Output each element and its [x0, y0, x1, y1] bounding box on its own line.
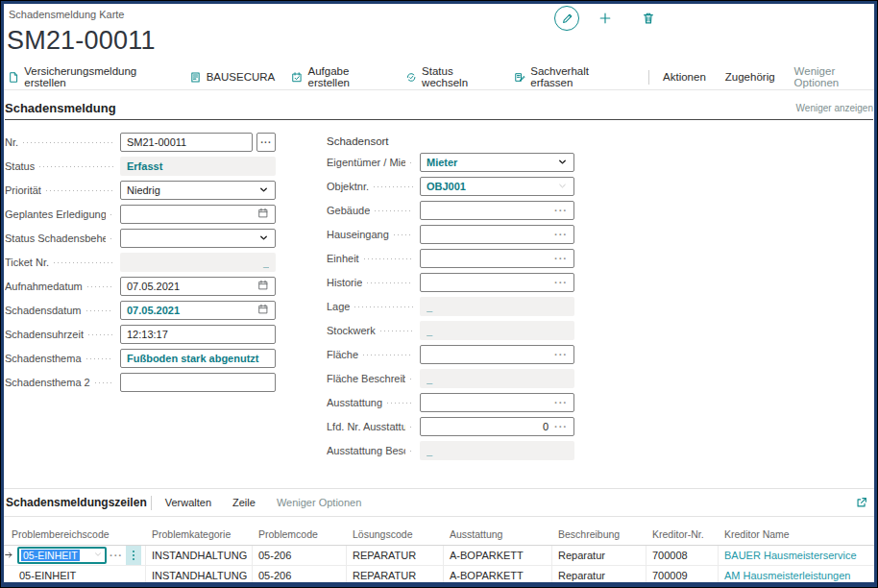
ellipsis-icon[interactable]: ··· — [554, 279, 568, 286]
table-body: 05-EINHEIT···INSTANDHALTUNG05-206REPARAT… — [0, 546, 878, 586]
dotted-leader — [364, 258, 413, 259]
edit-button[interactable] — [554, 6, 579, 31]
textbox-schadensthema[interactable]: Fußboden stark abgenutzt — [120, 349, 276, 368]
field-label: Schadensdatum — [5, 305, 82, 316]
action-sachverhalt-erfassen[interactable]: Sachverhalt erfassen — [514, 65, 628, 88]
tab-verwalten[interactable]: Verwalten — [165, 497, 211, 508]
kreditor-name-link[interactable]: BAUER Hausmeisterservice — [724, 550, 857, 561]
select-eigentümer-mieter[interactable]: Mieter — [420, 153, 574, 172]
readonly-ticket-nr: _ — [120, 253, 276, 272]
readonly-status: Erfasst — [120, 157, 276, 176]
ellipsis-icon[interactable]: ··· — [554, 399, 568, 406]
lines-title[interactable]: Schadensmeldungszeilen — [6, 496, 147, 509]
column-header-beschreibung[interactable]: Beschreibung — [552, 528, 646, 545]
action-bausecura[interactable]: BAUSECURA — [189, 71, 276, 84]
menu-aktionen[interactable]: Aktionen — [663, 71, 706, 83]
table-row[interactable]: 05-EINHEITINSTANDHALTUNG05-206REPARATURA… — [0, 566, 878, 586]
dotted-leader — [110, 238, 113, 239]
selected-row-arrow-icon — [4, 550, 14, 562]
plus-icon — [598, 12, 612, 25]
textbox-schadensthema-2[interactable] — [120, 373, 276, 392]
field-row-lage: Lage_ — [327, 297, 574, 316]
textbox-nr[interactable]: SM21-00011 — [120, 133, 253, 152]
popout-icon-button[interactable] — [855, 496, 868, 509]
lookup-gebäude[interactable]: ··· — [420, 201, 574, 220]
field-label: Eigentümer / Mieter — [327, 157, 405, 168]
cell: 05-206 — [253, 566, 347, 585]
assist-edit-button[interactable]: ··· — [256, 133, 276, 152]
select-status-schadensbehebung[interactable] — [120, 229, 276, 248]
field-label: Stockwerk — [327, 325, 376, 336]
tab-zeile[interactable]: Zeile — [232, 497, 256, 508]
dotted-leader — [54, 262, 113, 263]
lookup-ausstattung[interactable]: ··· — [420, 393, 574, 412]
trash-icon — [642, 12, 655, 25]
dotted-leader — [88, 334, 113, 335]
breadcrumb[interactable]: Schadensmeldung Karte — [9, 9, 124, 20]
cell-combobox[interactable]: 05-EINHEIT — [17, 547, 107, 564]
lookup-historie[interactable]: ··· — [420, 273, 574, 292]
ellipsis-icon[interactable]: ··· — [554, 255, 568, 262]
cell[interactable]: BAUER Hausmeisterservice — [719, 546, 878, 565]
ellipsis-icon[interactable]: ··· — [554, 351, 568, 358]
cell-problembereichscode[interactable]: 05-EINHEIT — [0, 566, 146, 585]
dotted-leader — [375, 210, 413, 211]
action-bar: Versicherungsmeldung erstellenBAUSECURAA… — [0, 64, 878, 90]
table-row[interactable]: 05-EINHEIT···INSTANDHALTUNG05-206REPARAT… — [0, 546, 878, 566]
field-row-hauseingang: Hauseingang··· — [327, 225, 574, 244]
cell: Reparatur — [552, 566, 646, 585]
chevron-down-icon — [557, 181, 568, 191]
calendar-icon — [257, 280, 269, 291]
column-header-problembereichscode[interactable]: Problembereichscode — [0, 528, 146, 545]
toolbar-less-options[interactable]: Weniger Optionen — [794, 65, 878, 88]
action-status-wechseln[interactable]: Status wechseln — [405, 65, 498, 88]
lines-less-options[interactable]: Weniger Optionen — [277, 497, 361, 508]
lookup-hauseingang[interactable]: ··· — [420, 225, 574, 244]
column-header-kreditor-nr[interactable]: Kreditor-Nr. — [646, 528, 719, 545]
new-button[interactable] — [598, 12, 612, 25]
left-field-column: Nr.SM21-00011···StatusErfasstPrioritätNi… — [5, 133, 276, 397]
ellipsis-icon[interactable]: ··· — [554, 207, 568, 214]
ellipsis-icon[interactable]: ··· — [554, 231, 568, 238]
dotted-leader — [363, 355, 413, 355]
calendar-icon — [257, 304, 269, 315]
cell[interactable]: AM Hausmeisterleistungen — [719, 566, 878, 585]
datefield-aufnahmedatum[interactable]: 07.05.2021 — [120, 277, 276, 296]
field-label: Schadensthema 2 — [5, 377, 90, 388]
delete-button[interactable] — [642, 12, 655, 25]
datefield-geplantes-erledigungsd[interactable] — [120, 205, 276, 224]
action-versicherungsmeldung-erstellen[interactable]: Versicherungsmeldung erstellen — [8, 65, 173, 88]
chevron-down-icon — [258, 233, 269, 243]
select-priorität[interactable]: Niedrig — [120, 181, 276, 200]
column-header-problemkategorie[interactable]: Problemkategorie — [146, 528, 253, 545]
selected-text: 05-EINHEIT — [21, 550, 80, 561]
menu-zugehörig[interactable]: Zugehörig — [725, 71, 775, 83]
column-header-kreditor-name[interactable]: Kreditor Name — [719, 528, 878, 545]
datefield-schadensdatum[interactable]: 07.05.2021 — [120, 301, 276, 320]
calendar-icon — [257, 208, 269, 219]
lookup-einheit[interactable]: ··· — [420, 249, 574, 268]
action-aufgabe-erstellen[interactable]: Aufgabe erstellen — [291, 65, 389, 88]
kreditor-name-link[interactable]: AM Hausmeisterleistungen — [724, 570, 850, 581]
lookup-fläche[interactable]: ··· — [420, 345, 574, 364]
kebab-vertical-icon[interactable] — [126, 546, 141, 565]
right-field-column: Schadensort Eigentümer / MieterMieterObj… — [327, 135, 574, 465]
column-header-lösungscode[interactable]: Lösungscode — [347, 528, 444, 545]
fasttab-header: Schadensmeldung Weniger anzeigen — [5, 97, 873, 120]
dotted-leader — [367, 282, 413, 283]
combo-objektnr[interactable]: OBJ001 — [420, 177, 574, 196]
dotted-leader — [394, 234, 413, 235]
field-label: Gebäude — [327, 205, 370, 216]
dotted-leader — [374, 186, 413, 187]
lookup-lfd-nr-ausstattung[interactable]: 0··· — [420, 417, 574, 436]
ellipsis-icon[interactable]: ··· — [110, 551, 123, 559]
field-row-priorität: PrioritätNiedrig — [5, 181, 276, 200]
show-less-link[interactable]: Weniger anzeigen — [796, 103, 873, 113]
column-header-ausstattung[interactable]: Ausstattung — [444, 528, 552, 545]
field-label: Einheit — [327, 253, 359, 264]
column-header-problemcode[interactable]: Problemcode — [253, 528, 347, 545]
textbox-schadensuhrzeit[interactable]: 12:13:17 — [120, 325, 276, 344]
section-title[interactable]: Schadensmeldung — [5, 101, 116, 115]
ellipsis-icon[interactable]: ··· — [554, 423, 568, 430]
readonly-fläche-beschreibung: _ — [420, 369, 574, 388]
